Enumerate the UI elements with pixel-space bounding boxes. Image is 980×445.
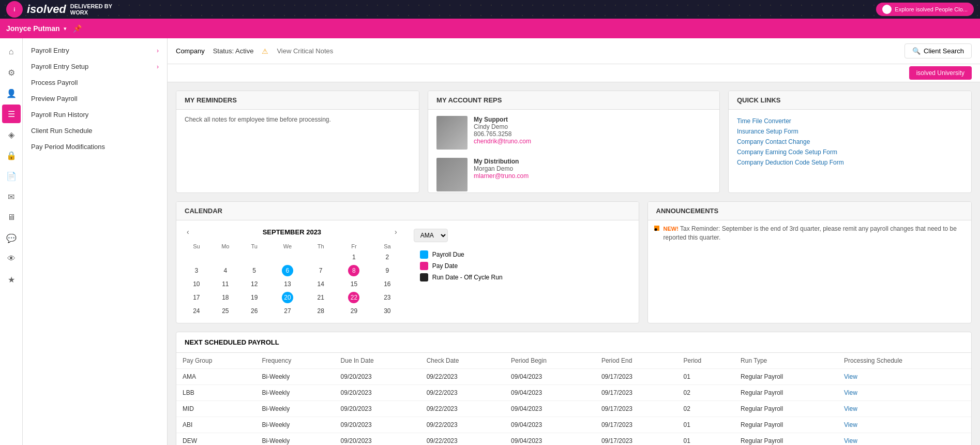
reminders-text: Check all notes for employee time before… [185,116,411,123]
rep-role-support: My Support [474,116,531,123]
client-search-button[interactable]: 🔍 Client Search [904,43,972,58]
calendar-day[interactable]: 30 [373,305,401,317]
calendar-day[interactable] [307,251,334,263]
nav-item-client-run-schedule[interactable]: Client Run Schedule [23,123,167,139]
payroll-cell-checkDate: 09/22/2023 [420,417,505,433]
calendar-day[interactable]: 24 [183,305,210,317]
calendar-day[interactable]: 10 [183,278,210,290]
payroll-view-link[interactable]: View [838,401,971,417]
university-button[interactable]: isolved University [909,66,972,80]
sidebar-icon-reports[interactable]: 📄 [2,167,21,185]
calendar-day[interactable] [210,251,240,263]
calendar-right-panel: AMA LBB MID ABI DEW Payroll Due [408,220,639,323]
calendar-day[interactable]: 6 [268,263,307,278]
status-badge: Status: Active [213,47,254,55]
account-reps-body: My Support Cindy Demo 806.765.3258 chend… [428,110,719,192]
calendar-day[interactable]: 20 [268,290,307,305]
rep-email-support[interactable]: chendrik@truno.com [474,138,531,145]
calendar-day[interactable]: 9 [373,263,401,278]
calendar-day[interactable]: 3 [183,263,210,278]
quick-link-earning-code[interactable]: Company Earning Code Setup Form [737,147,963,157]
calendar-day[interactable]: 7 [307,263,334,278]
payroll-view-link[interactable]: View [838,417,971,433]
calendar-group-select[interactable]: AMA LBB MID ABI DEW [414,229,448,242]
nav-item-payroll-run-history[interactable]: Payroll Run History [23,107,167,123]
sidebar-icon-mail[interactable]: ✉ [2,187,21,206]
calendar-day[interactable]: 15 [335,278,373,290]
calendar-day[interactable] [268,251,307,263]
warning-icon: ⚠ [262,47,268,55]
quick-link-insurance[interactable]: Insurance Setup Form [737,126,963,137]
cal-header-th: Th [307,241,334,251]
pin-icon[interactable]: 📌 [73,24,82,33]
calendar-day[interactable]: 13 [268,278,307,290]
cal-header-tu: Tu [240,241,268,251]
sidebar-icon-home[interactable]: ⌂ [2,42,21,61]
payroll-cell-periodEnd: 09/17/2023 [595,433,677,446]
calendar-day[interactable]: 1 [335,251,373,263]
calendar-day[interactable]: 22 [335,290,373,305]
rep-email-distribution[interactable]: mlarner@truno.com [474,172,529,180]
nav-item-preview-payroll[interactable]: Preview Payroll [23,91,167,107]
calendar-day[interactable]: 8 [335,263,373,278]
sidebar-icon-person[interactable]: 👤 [2,84,21,102]
user-dropdown-arrow[interactable]: ▾ [64,25,67,32]
calendar-header: CALENDAR [176,202,639,220]
nav-item-process-payroll[interactable]: Process Payroll [23,75,167,91]
calendar-prev-button[interactable]: ‹ [183,227,193,237]
calendar-day[interactable] [240,251,268,263]
quick-link-time-file[interactable]: Time File Converter [737,116,963,126]
user-name[interactable]: Jonyce Putman [6,24,59,33]
quick-link-company-contact[interactable]: Company Contact Change [737,137,963,147]
calendar-day[interactable] [183,251,210,263]
calendar-day[interactable]: 19 [240,290,268,305]
payroll-view-link[interactable]: View [838,369,971,385]
sidebar-icon-star[interactable]: ★ [2,270,21,289]
payroll-cell-dueIn: 09/20/2023 [335,433,420,446]
delivered-by: DELIVERED BY WORX [70,3,112,16]
calendar-day[interactable]: 14 [307,278,334,290]
view-critical-notes-link[interactable]: View Critical Notes [277,47,333,55]
calendar-day[interactable]: 2 [373,251,401,263]
calendar-day[interactable]: 28 [307,305,334,317]
breadcrumb-bar: Company Status: Active ⚠ View Critical N… [168,38,980,64]
nav-item-payroll-entry-setup[interactable]: Payroll Entry Setup › [23,58,167,75]
payroll-cell-periodBegin: 09/04/2023 [505,433,595,446]
nav-item-pay-period-modifications[interactable]: Pay Period Modifications [23,139,167,155]
calendar-table: Su Mo Tu We Th Fr Sa [183,241,401,317]
sidebar-icon-monitor[interactable]: 🖥 [2,208,21,227]
calendar-day[interactable]: 11 [210,278,240,290]
nav-item-payroll-entry[interactable]: Payroll Entry › [23,42,167,58]
sidebar-icon-settings[interactable]: ◈ [2,125,21,144]
calendar-day[interactable]: 12 [240,278,268,290]
sidebar-icon-payroll[interactable]: ☰ [2,105,21,123]
calendar-day[interactable]: 18 [210,290,240,305]
calendar-day[interactable]: 26 [240,305,268,317]
calendar-day[interactable]: 17 [183,290,210,305]
calendar-next-button[interactable]: › [390,227,401,237]
sidebar-icon-chat[interactable]: 💬 [2,229,21,247]
sidebar-icon-eye[interactable]: 👁 [2,249,21,268]
explore-button[interactable]: Explore isolved People Clo... [876,3,974,16]
calendar-day[interactable]: 21 [307,290,334,305]
payroll-view-link[interactable]: View [838,385,971,401]
legend-run-date: Run Date - Off Cycle Run [420,273,626,281]
col-processing-schedule: Processing Schedule [838,353,971,369]
calendar-day[interactable]: 16 [373,278,401,290]
calendar-day[interactable]: 4 [210,263,240,278]
payroll-view-link[interactable]: View [838,433,971,446]
sidebar-icon-tools[interactable]: ⚙ [2,63,21,82]
calendar-day[interactable]: 27 [268,305,307,317]
payroll-cell-dueIn: 09/20/2023 [335,369,420,385]
calendar-day[interactable]: 23 [373,290,401,305]
col-period-begin: Period Begin [505,353,595,369]
calendar-day[interactable]: 5 [240,263,268,278]
payroll-cell-periodBegin: 09/04/2023 [505,401,595,417]
payroll-cell-checkDate: 09/22/2023 [420,385,505,401]
sidebar-icons: ⌂ ⚙ 👤 ☰ ◈ 🔒 📄 ✉ 🖥 💬 👁 ★ [0,38,23,445]
quick-link-deduction-code[interactable]: Company Deduction Code Setup Form [737,157,963,168]
calendar-day[interactable]: 25 [210,305,240,317]
rep-item-support: My Support Cindy Demo 806.765.3258 chend… [436,116,711,150]
calendar-day[interactable]: 29 [335,305,373,317]
sidebar-icon-lock[interactable]: 🔒 [2,146,21,165]
